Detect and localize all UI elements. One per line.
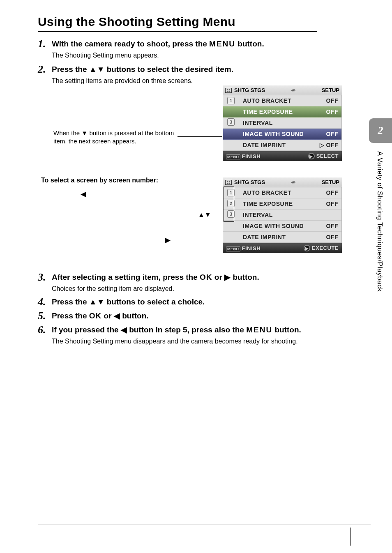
- step-5-head: Press the OK or ◀ button.: [52, 311, 317, 321]
- camera-icon: [225, 88, 232, 93]
- step-5-head-after: button.: [120, 311, 149, 320]
- chapter-tab: 2: [369, 118, 392, 143]
- lcd2-tab-setup: SETUP: [322, 179, 339, 185]
- lcd2-footer-left: FINISH: [242, 245, 261, 251]
- lcd1-row-1-label: TIME EXPOSURE: [243, 108, 293, 115]
- step-3-head-after: button.: [231, 273, 259, 281]
- step-6-head-before: If you pressed the: [52, 325, 121, 334]
- d-pad-icon: ▶: [304, 245, 310, 251]
- step-5-head-before: Press the: [52, 311, 89, 320]
- step-5-head-mid: or: [101, 311, 114, 320]
- camera-icon: [225, 180, 232, 185]
- ok-glyph: OK: [89, 311, 102, 320]
- lcd2-row-4: DATE IMPRINTOFF: [223, 232, 341, 243]
- d-pad-icon: ▶: [308, 153, 315, 159]
- step-2: 2. Press the ▲▼ buttons to select the de…: [38, 64, 317, 85]
- select-by-number-heading: To select a screen by screen number:: [41, 177, 158, 184]
- step-2-head-after: buttons to select the desired item.: [104, 65, 233, 74]
- step-2-num: 2.: [38, 64, 52, 75]
- step-5: 5. Press the OK or ◀ button.: [38, 311, 317, 321]
- lcd2-row-0-label: AUTO BRACKET: [243, 189, 291, 196]
- step-4-num: 4.: [38, 297, 52, 307]
- menu-badge-icon: MENU: [226, 154, 240, 159]
- step-6-head-mid: button in step 5, press also the: [127, 325, 246, 334]
- lcd2-tab-shtg: SHTG STGS: [234, 179, 265, 185]
- step-5-num: 5.: [38, 311, 52, 321]
- lcd-screenshot-2: SHTG STGS ☙ SETUP 1 2 3 AUTO BRACKETOFF …: [223, 177, 342, 253]
- lcd1-tab-shtg: SHTG STGS: [234, 87, 265, 93]
- step-2-sub: The setting items are provided on three …: [52, 76, 317, 85]
- step-1-sub: The Shooting Setting menu appears.: [52, 51, 317, 60]
- lcd2-header: SHTG STGS ☙ SETUP: [223, 177, 342, 187]
- left-arrow-glyph: ◀: [121, 325, 127, 334]
- lcd2-row-0: AUTO BRACKETOFF: [223, 187, 341, 198]
- step-3-sub: Choices for the setting item are display…: [52, 284, 317, 293]
- step-3-num: 3.: [38, 272, 52, 283]
- middle-block: When the ▼ button is pressed at the bott…: [38, 88, 317, 265]
- menu-glyph: MENU: [209, 39, 235, 48]
- lcd2-row-4-label: DATE IMPRINT: [243, 234, 286, 240]
- lcd1-row-0-label: AUTO BRACKET: [243, 97, 291, 104]
- step-1-head-before: With the camera ready to shoot, press th…: [52, 39, 209, 48]
- lcd2-row-3: IMAGE WITH SOUNDOFF: [223, 221, 341, 232]
- chapter-side-title: A Variety of Shooting Techniques/Playbac…: [376, 151, 384, 292]
- updown-glyph: ▲▼: [89, 65, 105, 74]
- proc-arrow-left: ◀: [81, 190, 86, 198]
- step-6-head-after: button.: [272, 325, 301, 334]
- lcd1-row-2-label: INTERVAL: [243, 120, 273, 126]
- proc-arrow-right: ▶: [165, 236, 171, 244]
- lcd1-row-3-label: IMAGE WITH SOUND: [243, 131, 304, 137]
- lcd1-row-4: DATE IMPRINT▷ OFF: [223, 140, 341, 151]
- lcd1-footer: MENUFINISH ▶SELECT: [223, 151, 342, 161]
- lcd1-row-3-val: OFF: [326, 131, 339, 137]
- step-3-head-mid: or: [212, 273, 225, 281]
- lcd1-row-4-label: DATE IMPRINT: [243, 142, 286, 148]
- step-6-num: 6.: [38, 325, 52, 335]
- step-6: 6. If you pressed the ◀ button in step 5…: [38, 325, 317, 346]
- title-rule: [38, 31, 317, 32]
- lcd2-row-0-val: OFF: [326, 189, 339, 196]
- step-3-head: After selecting a setting item, press th…: [52, 272, 317, 283]
- note-pointer-line: [178, 136, 222, 137]
- lcd1-tab-setup: SETUP: [322, 87, 339, 93]
- lcd1-header: SHTG STGS ☙ SETUP: [223, 85, 342, 95]
- lcd2-row-1: TIME EXPOSUREOFF: [223, 198, 341, 210]
- page-number-box: [350, 528, 371, 546]
- lcd1-row-3: IMAGE WITH SOUNDOFF: [223, 129, 341, 140]
- lcd2-footer-right: EXECUTE: [312, 245, 339, 251]
- step-2-head-before: Press the: [52, 65, 89, 74]
- lcd2-row-4-val: OFF: [326, 234, 339, 240]
- step-3-head-before: After selecting a setting item, press th…: [52, 273, 200, 281]
- step-2-head: Press the ▲▼ buttons to select the desir…: [52, 64, 317, 75]
- lcd1-row-0-val: OFF: [326, 97, 339, 104]
- lcd1-row-0: AUTO BRACKETOFF: [223, 95, 341, 106]
- lcd2-row-1-val: OFF: [326, 200, 339, 207]
- step-3: 3. After selecting a setting item, press…: [38, 272, 317, 293]
- step-1-head: With the camera ready to shoot, press th…: [52, 39, 317, 49]
- lcd-screenshot-1: SHTG STGS ☙ SETUP 1 2 3 AUTO BRACKETOFF …: [223, 85, 342, 161]
- lcd2-footer: MENUFINISH ▶EXECUTE: [223, 243, 342, 253]
- proc-arrow-updown: ▲▼: [198, 211, 211, 219]
- lcd1-row-2: INTERVAL: [223, 118, 341, 129]
- ok-glyph: OK: [200, 273, 212, 281]
- lcd1-row-1: TIME EXPOSUREOFF: [223, 106, 341, 118]
- updown-glyph: ▲▼: [89, 297, 105, 306]
- lcd2-row-2-label: INTERVAL: [243, 212, 273, 218]
- left-arrow-glyph: ◀: [114, 311, 120, 320]
- step-4-head-after: buttons to select a choice.: [104, 297, 205, 306]
- lcd1-body: 1 2 3 AUTO BRACKETOFF TIME EXPOSUREOFF I…: [223, 95, 342, 151]
- lcd2-body: 1 2 3 AUTO BRACKETOFF TIME EXPOSUREOFF I…: [223, 187, 342, 243]
- step-6-head: If you pressed the ◀ button in step 5, p…: [52, 325, 317, 335]
- step-4-head: Press the ▲▼ buttons to select a choice.: [52, 297, 317, 307]
- screen-advance-note: When the ▼ button is pressed at the bott…: [53, 129, 177, 146]
- step-6-sub: The Shooting Setting menu disappears and…: [52, 337, 317, 346]
- menu-badge-icon: MENU: [226, 247, 240, 251]
- step-1-head-after: button.: [235, 39, 264, 48]
- step-4: 4. Press the ▲▼ buttons to select a choi…: [38, 297, 317, 307]
- step-1-num: 1.: [38, 39, 52, 49]
- right-arrow-glyph: ▶: [224, 273, 231, 281]
- step-4-head-before: Press the: [52, 297, 89, 306]
- lcd2-row-3-val: OFF: [326, 223, 339, 229]
- lcd1-row-1-val: OFF: [326, 108, 339, 115]
- footer-rule: [38, 525, 371, 525]
